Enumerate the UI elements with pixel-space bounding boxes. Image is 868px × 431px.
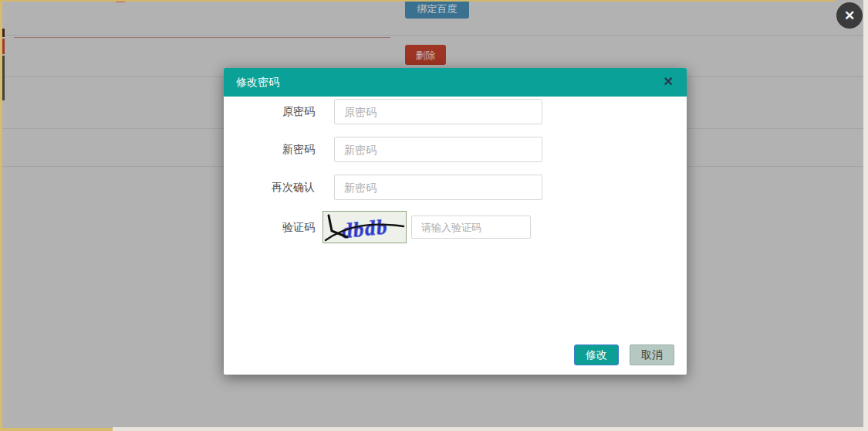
bind-baidu-button[interactable]: 绑定百度 <box>405 0 469 19</box>
modal-close-icon[interactable]: ✕ <box>664 68 674 97</box>
captcha-label: 验证码 <box>224 211 315 243</box>
new-password-input[interactable] <box>334 137 542 162</box>
old-password-input[interactable] <box>334 99 542 124</box>
delete-button[interactable]: 删除 <box>405 45 446 65</box>
frame-border-left <box>0 0 2 431</box>
bg-fragment <box>14 37 390 38</box>
confirm-password-label: 再次确认 <box>224 175 315 200</box>
close-icon: ✕ <box>844 8 855 24</box>
change-password-modal: 修改密码 ✕ 原密码 新密码 再次确认 验证码 dbdb <box>224 68 687 375</box>
modal-footer: 修改 取消 <box>224 344 687 365</box>
frame-edge-bottom <box>113 427 868 431</box>
screen: 绑定百度 删除 ✕ 修改密码 ✕ 原密码 新密码 再次确认 验证码 <box>0 0 868 431</box>
row-divider <box>0 35 868 36</box>
frame-border-top <box>0 0 835 2</box>
frame-edge-right <box>863 0 868 431</box>
confirm-password-input[interactable] <box>334 175 542 200</box>
cancel-button[interactable]: 取消 <box>630 344 674 365</box>
modal-title: 修改密码 <box>236 68 279 97</box>
captcha-image[interactable]: dbdb <box>323 211 407 243</box>
captcha-graphic: dbdb <box>323 212 406 243</box>
captcha-input[interactable] <box>411 216 531 239</box>
frame-border-bottom <box>0 428 113 431</box>
new-password-label: 新密码 <box>224 137 315 162</box>
confirm-button[interactable]: 修改 <box>574 344 619 365</box>
overlay-close-button[interactable]: ✕ <box>836 2 863 29</box>
old-password-label: 原密码 <box>224 99 315 124</box>
modal-header: 修改密码 ✕ <box>224 68 687 97</box>
